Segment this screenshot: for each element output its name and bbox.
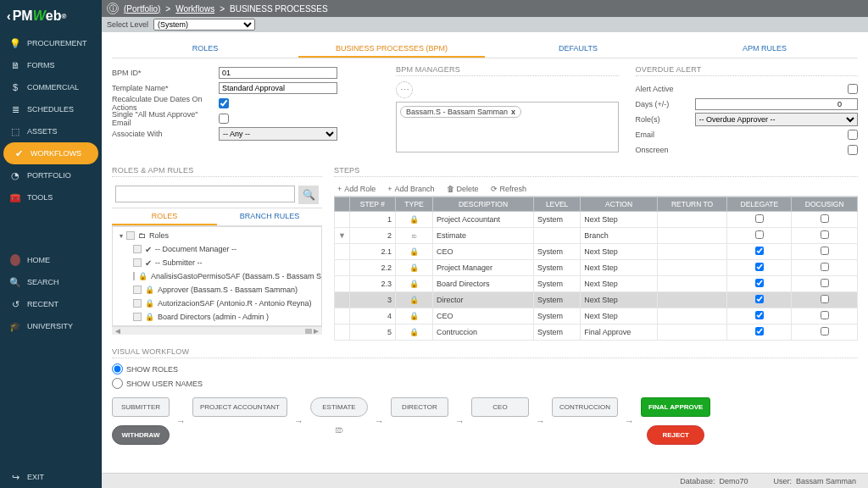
docusign-checkbox[interactable] <box>821 214 829 223</box>
sidebar-item-university[interactable]: 🎓UNIVERSITY <box>0 315 102 337</box>
node-project-accountant[interactable]: PROJECT ACCOUNTANT <box>192 397 287 417</box>
tree-scrollbar[interactable]: ◄► <box>112 326 322 335</box>
node-final-approve[interactable]: FINAL APPROVE <box>641 397 710 417</box>
sidebar-item-assets[interactable]: ⬚ASSETS <box>0 120 102 142</box>
table-row[interactable]: 4🔒CEOSystemNext Step <box>335 308 858 324</box>
sidebar-item-portfolio[interactable]: ◔PORTFOLIO <box>0 164 102 186</box>
recalc-checkbox[interactable] <box>219 98 229 108</box>
remove-manager-icon[interactable]: x <box>511 108 515 116</box>
col-header[interactable]: TYPE <box>395 197 432 212</box>
node-estimate[interactable]: ESTIMATE <box>310 397 368 417</box>
delegate-checkbox[interactable] <box>755 247 764 255</box>
overdue-email-checkbox[interactable] <box>848 130 858 140</box>
col-header[interactable]: STEP # <box>349 197 395 212</box>
sidebar-item-exit[interactable]: ↪ EXIT <box>0 466 102 488</box>
docusign-checkbox[interactable] <box>821 263 829 271</box>
docusign-checkbox[interactable] <box>821 311 829 319</box>
table-row[interactable]: 5🔒ContruccionSystemFinal Approve <box>335 324 858 341</box>
alert-active-checkbox[interactable] <box>848 84 858 94</box>
roles-tree[interactable]: ▾🗀Roles✔-- Document Manager --✔-- Submit… <box>112 226 322 326</box>
tab-roles[interactable]: ROLES <box>112 41 298 58</box>
show-users-radio[interactable]: SHOW USER NAMES <box>112 378 858 389</box>
docusign-checkbox[interactable] <box>821 327 829 336</box>
node-reject[interactable]: REJECT <box>647 425 704 445</box>
node-withdraw[interactable]: WITHDRAW <box>112 425 170 445</box>
table-row[interactable]: 2.2🔒Project ManagerSystemNext Step <box>335 260 858 276</box>
select-level-dropdown[interactable]: (System) <box>153 19 255 30</box>
roles-tab-branch-rules[interactable]: BRANCH RULES <box>217 208 322 225</box>
checkbox-icon[interactable] <box>133 272 135 280</box>
show-roles-radio[interactable]: SHOW ROLES <box>112 363 858 374</box>
tab-defaults[interactable]: DEFAULTS <box>485 41 671 58</box>
sidebar-item-forms[interactable]: 🗎FORMS <box>0 54 102 76</box>
refresh-button[interactable]: ⟳Refresh <box>491 185 527 193</box>
sidebar-item-home[interactable]: HOME <box>0 249 102 271</box>
checkbox-icon[interactable] <box>133 286 142 294</box>
tab-business-processes-bpm-[interactable]: BUSINESS PROCESSES (BPM) <box>298 41 485 58</box>
sidebar-item-procurement[interactable]: 💡PROCUREMENT <box>0 32 102 54</box>
docusign-checkbox[interactable] <box>821 295 829 303</box>
checkbox-icon[interactable] <box>126 231 135 240</box>
delegate-checkbox[interactable] <box>755 214 764 223</box>
checkbox-icon[interactable] <box>133 245 142 253</box>
days-input[interactable] <box>695 98 859 110</box>
table-row[interactable]: 2.1🔒CEOSystemNext Step <box>335 244 858 260</box>
overdue-onscreen-checkbox[interactable] <box>848 145 858 155</box>
tree-item[interactable]: 🔒AnalisisGastoPermisoSAF (Bassam.S - Bas… <box>114 269 320 283</box>
sidebar-item-recent[interactable]: ↺RECENT <box>0 293 102 315</box>
docusign-checkbox[interactable] <box>821 230 829 239</box>
docusign-checkbox[interactable] <box>821 247 829 255</box>
delegate-checkbox[interactable] <box>755 311 764 319</box>
col-header[interactable]: RETURN TO <box>657 197 726 212</box>
checkbox-icon[interactable] <box>133 299 142 308</box>
table-row[interactable]: 2.3🔒Board DirectorsSystemNext Step <box>335 276 858 292</box>
docusign-checkbox[interactable] <box>821 279 829 287</box>
sidebar-item-commercial[interactable]: $COMMERCIAL <box>0 76 102 98</box>
col-header[interactable]: DESCRIPTION <box>433 197 534 212</box>
sidebar-item-search[interactable]: 🔍SEARCH <box>0 271 102 293</box>
tree-item[interactable]: 🔒Approver (Bassam.S - Bassam Samman) <box>114 283 320 297</box>
tree-item[interactable]: 🔒Board Directors (admin - Admin ) <box>114 310 320 324</box>
tab-apm-rules[interactable]: APM RULES <box>671 41 858 58</box>
overdue-roles-dropdown[interactable]: -- Overdue Approver -- <box>695 113 859 126</box>
bpm-id-input[interactable] <box>219 67 337 79</box>
delegate-checkbox[interactable] <box>755 263 764 271</box>
col-header[interactable]: DOCUSIGN <box>792 197 858 212</box>
breadcrumb-portfolio[interactable]: (Portfolio) <box>124 4 160 14</box>
delete-button[interactable]: 🗑Delete <box>447 185 479 193</box>
single-approve-checkbox[interactable] <box>219 114 229 124</box>
checkbox-icon[interactable] <box>133 313 142 321</box>
roles-search-button[interactable]: 🔍 <box>298 186 319 204</box>
table-row[interactable]: 1🔒Project AccountantSystemNext Step <box>335 212 858 228</box>
add-manager-button[interactable]: ⋯ <box>396 81 413 98</box>
delegate-checkbox[interactable] <box>755 279 764 287</box>
node-submitter[interactable]: SUBMITTER <box>112 397 170 417</box>
tree-item[interactable]: ✔-- Document Manager -- <box>114 242 320 256</box>
roles-search-input[interactable] <box>115 186 295 202</box>
info-icon[interactable]: ⓘ <box>107 3 119 14</box>
tree-item[interactable]: 🔒AutorizacionSAF (Antonio.R - Antonio Re… <box>114 297 320 310</box>
tree-item[interactable]: ✔-- Submitter -- <box>114 256 320 269</box>
sidebar-item-tools[interactable]: 🧰TOOLS <box>0 186 102 208</box>
add-role-button[interactable]: +Add Role <box>337 185 376 193</box>
delegate-checkbox[interactable] <box>755 327 764 336</box>
node-contruccion[interactable]: CONTRUCCION <box>552 397 618 417</box>
node-director[interactable]: DIRECTOR <box>391 397 448 417</box>
table-row[interactable]: 3🔒DirectorSystemNext Step <box>335 292 858 308</box>
roles-tab-roles[interactable]: ROLES <box>112 208 217 225</box>
checkbox-icon[interactable] <box>133 258 142 267</box>
template-name-input[interactable] <box>219 82 337 94</box>
col-header[interactable]: LEVEL <box>534 197 581 212</box>
add-branch-button[interactable]: +Add Branch <box>387 185 434 193</box>
delegate-checkbox[interactable] <box>755 230 764 239</box>
sidebar-item-workflows[interactable]: ✔WORKFLOWS <box>3 142 98 164</box>
breadcrumb-workflows[interactable]: Workflows <box>175 4 214 14</box>
col-header[interactable]: DELEGATE <box>727 197 792 212</box>
col-header[interactable]: ACTION <box>581 197 658 212</box>
table-row[interactable]: ▼2⎄EstimateBranch <box>335 228 858 244</box>
chevron-left-icon: ◄ <box>114 326 122 336</box>
delegate-checkbox[interactable] <box>755 295 764 303</box>
associate-dropdown[interactable]: -- Any -- <box>219 127 337 141</box>
node-ceo[interactable]: CEO <box>471 397 529 417</box>
sidebar-item-schedules[interactable]: ≣SCHEDULES <box>0 98 102 120</box>
